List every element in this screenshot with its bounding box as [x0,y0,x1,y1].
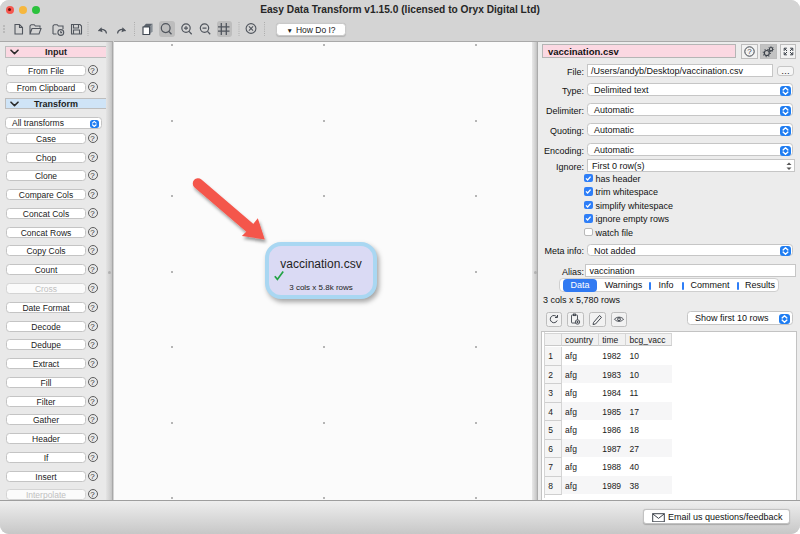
svg-text:?: ? [747,47,752,56]
